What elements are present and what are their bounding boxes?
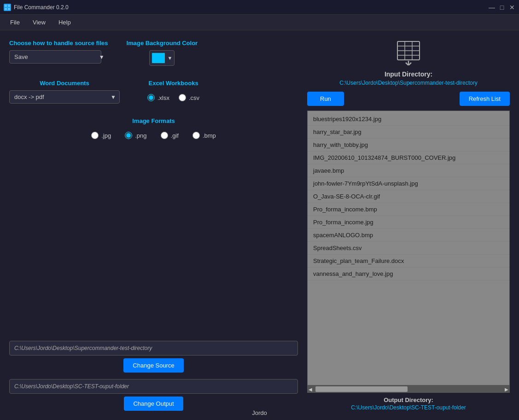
app-title: File Commander 0.2.0: [14, 4, 489, 11]
word-dropdown-container: docx -> pdf docx -> txt pdf -> docx ▼: [9, 90, 120, 104]
file-item[interactable]: javaee.bmp: [308, 164, 509, 177]
img-gif-radio[interactable]: [161, 132, 168, 139]
img-jpg-option[interactable]: .jpg: [91, 132, 111, 139]
file-item[interactable]: vannessa_and_harry_love.jpg: [308, 268, 509, 280]
excel-xlsx-label: .xlsx: [157, 94, 169, 101]
change-output-button[interactable]: Change Output: [124, 397, 183, 411]
word-block: Word Documents docx -> pdf docx -> txt p…: [9, 80, 120, 104]
excel-csv-radio[interactable]: [179, 94, 186, 101]
horizontal-scrollbar[interactable]: ◀ ▶: [307, 385, 510, 393]
img-png-radio[interactable]: [125, 132, 132, 139]
file-item[interactable]: bluestripes1920x1234.jpg: [308, 113, 509, 126]
file-item[interactable]: O_Java-SE-8-OCA-clr.gif: [308, 190, 509, 203]
source-path-input[interactable]: [9, 341, 298, 356]
h-scroll-right-arrow[interactable]: ▶: [505, 387, 508, 392]
footer-username: Jordo: [252, 409, 267, 416]
img-jpg-label: .jpg: [101, 132, 111, 139]
close-button[interactable]: ✕: [509, 4, 515, 11]
excel-xlsx-option[interactable]: .xlsx: [147, 94, 169, 101]
grid-icon-container: [396, 40, 421, 67]
file-item[interactable]: IMG_20200610_101324874_BURST000_COVER.jp…: [308, 152, 509, 164]
excel-xlsx-radio[interactable]: [147, 94, 155, 101]
file-item[interactable]: Pro_forma_income.bmp: [308, 203, 509, 216]
h-scrollbar-thumb[interactable]: [315, 386, 408, 392]
path-section: Change Source Change Output: [9, 341, 298, 411]
title-bar: File Commander 0.2.0 — □ ✕: [0, 0, 519, 15]
grid-icon: [396, 40, 421, 65]
file-item[interactable]: harry_star_bar.jpg: [308, 126, 509, 139]
h-scroll-left-arrow[interactable]: ◀: [309, 387, 312, 392]
menu-view[interactable]: View: [27, 17, 51, 28]
img-png-option[interactable]: .png: [125, 132, 146, 139]
source-section: Choose how to handle source files Save M…: [9, 40, 298, 66]
source-right: Image Background Color ▼: [127, 40, 198, 66]
svg-rect-1: [8, 5, 10, 7]
image-bg-label: Image Background Color: [127, 40, 198, 47]
img-gif-label: .gif: [171, 132, 179, 139]
svg-rect-0: [5, 5, 7, 7]
excel-radios: .xlsx .csv: [147, 94, 199, 101]
svg-rect-2: [5, 8, 7, 10]
input-dir-label: Input Directory:: [385, 70, 432, 78]
file-item[interactable]: Strategic_plan_team_Failure.docx: [308, 255, 509, 268]
image-radios: .jpg .png .gif .bmp: [91, 132, 216, 139]
source-dropdown-container: Save Move Delete ▼: [9, 50, 108, 64]
source-handle-label: Choose how to handle source files: [9, 40, 108, 47]
image-section: Image Formats .jpg .png .gif .bmp: [9, 117, 298, 139]
output-path-input[interactable]: [9, 379, 298, 394]
menu-bar: File View Help: [0, 15, 519, 30]
change-source-button[interactable]: Change Source: [123, 358, 183, 373]
excel-csv-label: .csv: [189, 94, 199, 101]
output-dir-label: Output Directory:: [384, 397, 433, 403]
left-panel: Choose how to handle source files Save M…: [9, 40, 298, 411]
image-formats-label: Image Formats: [132, 117, 175, 124]
source-left: Choose how to handle source files Save M…: [9, 40, 108, 64]
img-gif-option[interactable]: .gif: [161, 132, 179, 139]
source-dropdown[interactable]: Save Move Delete: [9, 50, 101, 64]
output-dir-path: C:\Users\Jordo\Desktop\SC-TEST-ouput-fol…: [351, 404, 466, 411]
conversion-section: Word Documents docx -> pdf docx -> txt p…: [9, 80, 298, 104]
img-jpg-radio[interactable]: [91, 132, 99, 139]
file-item[interactable]: john-fowler-7Ym9rpYtSdA-unsplash.jpg: [308, 177, 509, 190]
main-content: Choose how to handle source files Save M…: [0, 30, 519, 420]
img-bmp-label: .bmp: [203, 132, 216, 139]
window-controls: — □ ✕: [489, 4, 515, 11]
source-path-row: Change Source: [9, 341, 298, 373]
img-bmp-radio[interactable]: [192, 132, 200, 139]
file-list-container[interactable]: bluestripes1920x1234.jpgharry_star_bar.j…: [307, 111, 510, 385]
color-swatch: [152, 52, 165, 64]
color-dropdown-arrow: ▼: [167, 55, 172, 61]
word-dropdown[interactable]: docx -> pdf docx -> txt pdf -> docx: [9, 90, 120, 104]
action-buttons: Run Refresh List: [307, 92, 510, 106]
menu-help[interactable]: Help: [53, 17, 76, 28]
word-docs-label: Word Documents: [9, 80, 120, 87]
right-panel: Input Directory: C:\Users\Jordo\Desktop\…: [307, 40, 510, 411]
output-path-row: Change Output: [9, 379, 298, 411]
input-dir-path: C:\Users\Jordo\Desktop\Supercommander-te…: [339, 80, 477, 86]
file-item[interactable]: harry_with_tobby.jpg: [308, 139, 509, 152]
excel-csv-option[interactable]: .csv: [179, 94, 199, 101]
run-button[interactable]: Run: [307, 92, 344, 106]
img-png-label: .png: [135, 132, 146, 139]
file-item[interactable]: Pro_forma_income.jpg: [308, 216, 509, 229]
excel-block: Excel Workbooks .xlsx .csv: [147, 80, 199, 101]
color-picker-button[interactable]: ▼: [149, 50, 175, 66]
svg-rect-3: [8, 8, 10, 10]
img-bmp-option[interactable]: .bmp: [192, 132, 216, 139]
menu-file[interactable]: File: [5, 17, 25, 28]
file-list: bluestripes1920x1234.jpgharry_star_bar.j…: [308, 111, 509, 282]
maximize-button[interactable]: □: [499, 4, 505, 11]
file-item[interactable]: SpreadSheets.csv: [308, 242, 509, 255]
file-item[interactable]: spacemANLOGO.bmp: [308, 229, 509, 242]
app-icon: [4, 4, 11, 11]
excel-label: Excel Workbooks: [148, 80, 198, 87]
minimize-button[interactable]: —: [489, 4, 495, 11]
refresh-list-button[interactable]: Refresh List: [460, 92, 510, 106]
